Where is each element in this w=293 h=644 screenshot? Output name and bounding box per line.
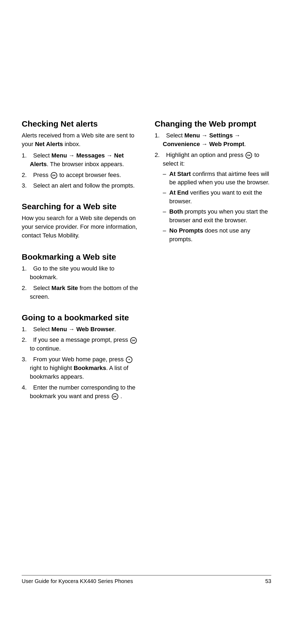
- step-number: 2.: [155, 151, 160, 159]
- list-item: 4. Enter the number corresponding to the…: [22, 383, 138, 401]
- ok-icon: [51, 172, 57, 179]
- sub-list-web-prompt-options: At Start confirms that airtime fees will…: [163, 170, 271, 244]
- ok-icon: [246, 152, 252, 159]
- section-changing-web-prompt: Changing the Web prompt 1. Select Menu →…: [155, 119, 271, 246]
- section-searching-web-site: Searching for a Web site How you search …: [22, 202, 138, 243]
- section-going-to-bookmarked: Going to a bookmarked site 1. Select Men…: [22, 313, 138, 403]
- section-title-bookmarking-web-site: Bookmarking a Web site: [22, 252, 138, 262]
- step-number: 2.: [22, 284, 27, 292]
- content-area: Checking Net alerts Alerts received from…: [0, 0, 293, 434]
- list-item: No Prompts does not use any prompts.: [163, 226, 271, 244]
- steps-list-going-to-bookmarked: 1. Select Menu → Web Browser. 2. If you …: [22, 325, 138, 401]
- nav-icon: [126, 356, 132, 363]
- step-number: 4.: [22, 383, 27, 392]
- list-item: 1. Select Menu → Web Browser.: [22, 325, 138, 334]
- list-item: At End verifies you want to exit the bro…: [163, 188, 271, 206]
- list-item: 1. Select Menu → Settings → Convenience …: [155, 131, 271, 149]
- step-number: 3.: [22, 355, 27, 364]
- left-column: Checking Net alerts Alerts received from…: [22, 119, 138, 413]
- section-bookmarking-web-site: Bookmarking a Web site 1. Go to the site…: [22, 252, 138, 303]
- step-number: 1.: [22, 264, 27, 273]
- step-number: 1.: [155, 131, 160, 140]
- list-item: 2. Highlight an option and press to sele…: [155, 151, 271, 244]
- step-number: 2.: [22, 171, 27, 179]
- section-title-changing-web-prompt: Changing the Web prompt: [155, 119, 271, 128]
- footer: User Guide for Kyocera KX440 Series Phon…: [22, 575, 271, 584]
- section-intro-searching-web-site: How you search for a Web site depends on…: [22, 214, 138, 240]
- right-column: Changing the Web prompt 1. Select Menu →…: [155, 119, 271, 256]
- list-item: 1. Select Menu → Messages → Net Alerts. …: [22, 151, 138, 169]
- list-item: Both prompts you when you start the brow…: [163, 207, 271, 225]
- section-title-checking-net-alerts: Checking Net alerts: [22, 119, 138, 128]
- section-checking-net-alerts: Checking Net alerts Alerts received from…: [22, 119, 138, 192]
- list-item: At Start confirms that airtime fees will…: [163, 170, 271, 187]
- list-item: 3. Select an alert and follow the prompt…: [22, 181, 138, 190]
- step-number: 1.: [22, 325, 27, 334]
- list-item: 1. Go to the site you would like to book…: [22, 264, 138, 282]
- step-number: 2.: [22, 336, 27, 344]
- steps-list-changing-web-prompt: 1. Select Menu → Settings → Convenience …: [155, 131, 271, 244]
- footer-text: User Guide for Kyocera KX440 Series Phon…: [22, 578, 133, 584]
- footer-page-number: 53: [265, 578, 271, 584]
- list-item: 2. If you see a message prompt, press to…: [22, 336, 138, 353]
- list-item: 2. Select Mark Site from the bottom of t…: [22, 284, 138, 301]
- steps-list-checking-net-alerts: 1. Select Menu → Messages → Net Alerts. …: [22, 151, 138, 190]
- ok-icon: [112, 393, 118, 400]
- section-title-searching-web-site: Searching for a Web site: [22, 202, 138, 211]
- list-item: 2. Press to accept browser fees.: [22, 171, 138, 179]
- steps-list-bookmarking-web-site: 1. Go to the site you would like to book…: [22, 264, 138, 301]
- section-title-going-to-bookmarked: Going to a bookmarked site: [22, 313, 138, 322]
- step-number: 1.: [22, 151, 27, 160]
- page: Checking Net alerts Alerts received from…: [0, 0, 293, 644]
- section-intro-checking-net-alerts: Alerts received from a Web site are sent…: [22, 131, 138, 149]
- step-number: 3.: [22, 181, 27, 190]
- list-item: 3. From your Web home page, press right …: [22, 355, 138, 381]
- ok-icon: [130, 337, 137, 344]
